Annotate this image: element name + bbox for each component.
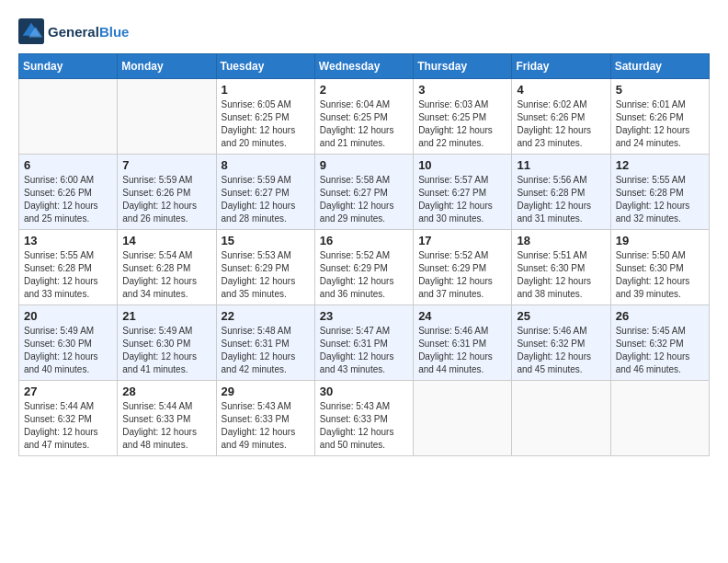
- day-cell-15: 15Sunrise: 5:53 AM Sunset: 6:29 PM Dayli…: [216, 230, 314, 305]
- day-number-18: 18: [517, 234, 605, 247]
- day-info-8: Sunrise: 5:59 AM Sunset: 6:27 PM Dayligh…: [222, 174, 310, 225]
- day-cell-8: 8Sunrise: 5:59 AM Sunset: 6:27 PM Daylig…: [216, 155, 314, 230]
- day-cell-9: 9Sunrise: 5:58 AM Sunset: 6:27 PM Daylig…: [314, 155, 413, 230]
- day-info-1: Sunrise: 6:05 AM Sunset: 6:25 PM Dayligh…: [222, 98, 310, 150]
- day-cell-23: 23Sunrise: 5:47 AM Sunset: 6:31 PM Dayli…: [314, 305, 413, 381]
- day-cell-17: 17Sunrise: 5:52 AM Sunset: 6:29 PM Dayli…: [414, 230, 512, 305]
- day-cell-11: 11Sunrise: 5:56 AM Sunset: 6:28 PM Dayli…: [512, 155, 610, 230]
- col-header-thursday: Thursday: [414, 54, 512, 79]
- day-info-30: Sunrise: 5:43 AM Sunset: 6:33 PM Dayligh…: [320, 400, 408, 452]
- day-cell-13: 13Sunrise: 5:55 AM Sunset: 6:28 PM Dayli…: [19, 230, 118, 305]
- day-cell-6: 6Sunrise: 6:00 AM Sunset: 6:26 PM Daylig…: [19, 155, 118, 230]
- day-cell-18: 18Sunrise: 5:51 AM Sunset: 6:30 PM Dayli…: [512, 230, 610, 305]
- day-info-4: Sunrise: 6:02 AM Sunset: 6:26 PM Dayligh…: [517, 98, 605, 150]
- logo-icon: [18, 18, 44, 44]
- day-number-20: 20: [24, 309, 112, 323]
- day-info-15: Sunrise: 5:53 AM Sunset: 6:29 PM Dayligh…: [222, 249, 310, 301]
- day-cell-29: 29Sunrise: 5:43 AM Sunset: 6:33 PM Dayli…: [216, 381, 314, 456]
- day-cell-14: 14Sunrise: 5:54 AM Sunset: 6:28 PM Dayli…: [118, 230, 216, 305]
- day-number-12: 12: [616, 158, 704, 172]
- day-cell-26: 26Sunrise: 5:45 AM Sunset: 6:32 PM Dayli…: [610, 305, 709, 381]
- day-info-17: Sunrise: 5:52 AM Sunset: 6:29 PM Dayligh…: [418, 249, 506, 301]
- day-info-3: Sunrise: 6:03 AM Sunset: 6:25 PM Dayligh…: [418, 98, 506, 150]
- day-number-17: 17: [418, 234, 506, 247]
- day-info-7: Sunrise: 5:59 AM Sunset: 6:26 PM Dayligh…: [122, 174, 210, 225]
- day-number-24: 24: [418, 309, 506, 323]
- day-info-26: Sunrise: 5:45 AM Sunset: 6:32 PM Dayligh…: [616, 325, 704, 376]
- day-cell-3: 3Sunrise: 6:03 AM Sunset: 6:25 PM Daylig…: [414, 79, 512, 155]
- week-row-5: 27Sunrise: 5:44 AM Sunset: 6:32 PM Dayli…: [19, 381, 710, 456]
- day-number-3: 3: [418, 83, 506, 97]
- day-info-28: Sunrise: 5:44 AM Sunset: 6:33 PM Dayligh…: [122, 400, 210, 452]
- day-number-30: 30: [320, 385, 408, 398]
- day-number-7: 7: [122, 158, 210, 172]
- empty-cell: [610, 381, 709, 456]
- day-number-28: 28: [122, 385, 210, 398]
- calendar-table: SundayMondayTuesdayWednesdayThursdayFrid…: [18, 53, 710, 456]
- day-cell-10: 10Sunrise: 5:57 AM Sunset: 6:27 PM Dayli…: [414, 155, 512, 230]
- day-info-24: Sunrise: 5:46 AM Sunset: 6:31 PM Dayligh…: [418, 325, 506, 376]
- col-header-wednesday: Wednesday: [314, 54, 413, 79]
- day-cell-27: 27Sunrise: 5:44 AM Sunset: 6:32 PM Dayli…: [19, 381, 118, 456]
- day-number-8: 8: [222, 158, 310, 172]
- day-info-20: Sunrise: 5:49 AM Sunset: 6:30 PM Dayligh…: [24, 325, 112, 376]
- day-info-5: Sunrise: 6:01 AM Sunset: 6:26 PM Dayligh…: [616, 98, 704, 150]
- day-number-14: 14: [122, 234, 210, 247]
- logo-text: GeneralBlue: [48, 24, 129, 40]
- day-cell-19: 19Sunrise: 5:50 AM Sunset: 6:30 PM Dayli…: [610, 230, 709, 305]
- day-number-13: 13: [24, 234, 112, 247]
- day-cell-4: 4Sunrise: 6:02 AM Sunset: 6:26 PM Daylig…: [512, 79, 610, 155]
- day-info-12: Sunrise: 5:55 AM Sunset: 6:28 PM Dayligh…: [616, 174, 704, 225]
- col-header-tuesday: Tuesday: [216, 54, 314, 79]
- day-info-10: Sunrise: 5:57 AM Sunset: 6:27 PM Dayligh…: [418, 174, 506, 225]
- day-cell-24: 24Sunrise: 5:46 AM Sunset: 6:31 PM Dayli…: [414, 305, 512, 381]
- day-number-29: 29: [222, 385, 310, 398]
- day-cell-30: 30Sunrise: 5:43 AM Sunset: 6:33 PM Dayli…: [314, 381, 413, 456]
- day-number-22: 22: [222, 309, 310, 323]
- day-number-4: 4: [517, 83, 605, 97]
- day-info-9: Sunrise: 5:58 AM Sunset: 6:27 PM Dayligh…: [320, 174, 408, 225]
- day-cell-7: 7Sunrise: 5:59 AM Sunset: 6:26 PM Daylig…: [118, 155, 216, 230]
- col-header-sunday: Sunday: [19, 54, 118, 79]
- day-info-11: Sunrise: 5:56 AM Sunset: 6:28 PM Dayligh…: [517, 174, 605, 225]
- day-info-21: Sunrise: 5:49 AM Sunset: 6:30 PM Dayligh…: [122, 325, 210, 376]
- col-header-monday: Monday: [118, 54, 216, 79]
- day-cell-20: 20Sunrise: 5:49 AM Sunset: 6:30 PM Dayli…: [19, 305, 118, 381]
- day-cell-28: 28Sunrise: 5:44 AM Sunset: 6:33 PM Dayli…: [118, 381, 216, 456]
- day-info-23: Sunrise: 5:47 AM Sunset: 6:31 PM Dayligh…: [320, 325, 408, 376]
- day-number-26: 26: [616, 309, 704, 323]
- day-cell-12: 12Sunrise: 5:55 AM Sunset: 6:28 PM Dayli…: [610, 155, 709, 230]
- col-header-friday: Friday: [512, 54, 610, 79]
- day-number-23: 23: [320, 309, 408, 323]
- empty-cell: [118, 79, 216, 155]
- col-header-saturday: Saturday: [610, 54, 709, 79]
- day-number-6: 6: [24, 158, 112, 172]
- day-number-1: 1: [222, 83, 310, 97]
- day-number-15: 15: [222, 234, 310, 247]
- day-info-19: Sunrise: 5:50 AM Sunset: 6:30 PM Dayligh…: [616, 249, 704, 301]
- day-info-25: Sunrise: 5:46 AM Sunset: 6:32 PM Dayligh…: [517, 325, 605, 376]
- day-number-16: 16: [320, 234, 408, 247]
- day-info-13: Sunrise: 5:55 AM Sunset: 6:28 PM Dayligh…: [24, 249, 112, 301]
- logo: GeneralBlue: [18, 18, 129, 44]
- day-cell-25: 25Sunrise: 5:46 AM Sunset: 6:32 PM Dayli…: [512, 305, 610, 381]
- day-number-5: 5: [616, 83, 704, 97]
- day-number-19: 19: [616, 234, 704, 247]
- day-cell-21: 21Sunrise: 5:49 AM Sunset: 6:30 PM Dayli…: [118, 305, 216, 381]
- day-info-29: Sunrise: 5:43 AM Sunset: 6:33 PM Dayligh…: [222, 400, 310, 452]
- day-cell-5: 5Sunrise: 6:01 AM Sunset: 6:26 PM Daylig…: [610, 79, 709, 155]
- day-number-11: 11: [517, 158, 605, 172]
- day-cell-1: 1Sunrise: 6:05 AM Sunset: 6:25 PM Daylig…: [216, 79, 314, 155]
- empty-cell: [414, 381, 512, 456]
- week-row-1: 1Sunrise: 6:05 AM Sunset: 6:25 PM Daylig…: [19, 79, 710, 155]
- day-info-14: Sunrise: 5:54 AM Sunset: 6:28 PM Dayligh…: [122, 249, 210, 301]
- day-cell-22: 22Sunrise: 5:48 AM Sunset: 6:31 PM Dayli…: [216, 305, 314, 381]
- week-row-4: 20Sunrise: 5:49 AM Sunset: 6:30 PM Dayli…: [19, 305, 710, 381]
- day-info-22: Sunrise: 5:48 AM Sunset: 6:31 PM Dayligh…: [222, 325, 310, 376]
- calendar-header-row: SundayMondayTuesdayWednesdayThursdayFrid…: [19, 54, 710, 79]
- day-info-18: Sunrise: 5:51 AM Sunset: 6:30 PM Dayligh…: [517, 249, 605, 301]
- day-number-2: 2: [320, 83, 408, 97]
- day-number-27: 27: [24, 385, 112, 398]
- page-header: GeneralBlue: [18, 18, 710, 44]
- empty-cell: [19, 79, 118, 155]
